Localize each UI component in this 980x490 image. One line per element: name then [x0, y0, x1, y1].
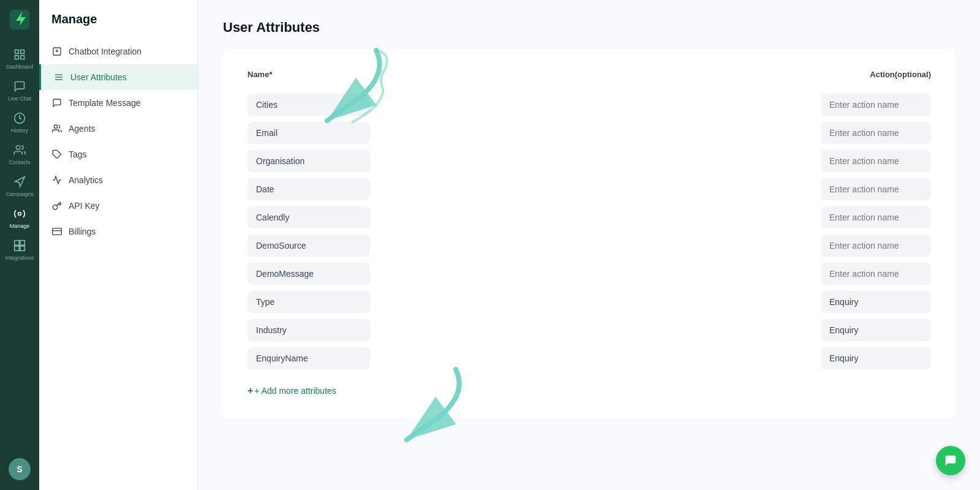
sidebar-item-analytics[interactable]: Analytics — [39, 167, 198, 193]
sidebar-item-chatbot-integration[interactable]: Chatbot Integration — [39, 39, 198, 64]
svg-point-8 — [18, 213, 21, 216]
nav-item-integrations[interactable]: Integrations — [0, 233, 39, 265]
svg-rect-11 — [20, 246, 25, 251]
app-logo — [7, 7, 32, 32]
attribute-action-field[interactable] — [821, 206, 931, 228]
dashboard-icon — [13, 48, 26, 61]
chat-bubble-button[interactable] — [936, 446, 965, 475]
manage-icon — [13, 207, 26, 221]
svg-rect-4 — [21, 56, 24, 59]
attribute-name-field[interactable] — [247, 291, 370, 313]
nav-item-dashboard[interactable]: Dashboard — [0, 42, 39, 74]
sidebar-item-agents[interactable]: Agents — [39, 116, 198, 141]
attributes-card: Name* Action(optional) + + Add more attr… — [223, 50, 956, 418]
avatar-container[interactable]: S — [9, 458, 31, 480]
svg-rect-10 — [20, 241, 25, 246]
sidebar-item-api-key[interactable]: API Key — [39, 193, 198, 219]
sidebar-item-tags[interactable]: Tags — [39, 141, 198, 167]
attribute-action-field[interactable] — [821, 291, 931, 313]
attribute-name-field[interactable] — [247, 319, 370, 341]
add-more-button[interactable]: + + Add more attributes — [247, 375, 931, 399]
integrations-icon — [13, 239, 26, 252]
nav-item-campaigns[interactable]: Campaigns — [0, 169, 39, 201]
attribute-row — [247, 319, 931, 341]
attribute-row — [247, 263, 931, 285]
livechat-icon — [13, 80, 26, 93]
plus-icon: + — [247, 385, 253, 396]
attribute-row — [247, 235, 931, 257]
sidebar-item-billings[interactable]: Billings — [39, 219, 198, 244]
name-column-header: Name* — [247, 70, 370, 79]
tags-icon — [51, 149, 62, 160]
attribute-action-field[interactable] — [821, 263, 931, 285]
attribute-name-field[interactable] — [247, 94, 370, 116]
attribute-action-field[interactable] — [821, 122, 931, 144]
svg-marker-7 — [15, 177, 25, 187]
page-title: User Attributes — [223, 20, 956, 36]
history-icon — [13, 111, 26, 125]
contacts-icon — [13, 143, 26, 157]
agents-icon — [51, 123, 62, 134]
attribute-action-field[interactable] — [821, 150, 931, 172]
nav-item-livechat[interactable]: Live Chat — [0, 74, 39, 105]
user-avatar: S — [9, 458, 31, 480]
attribute-name-field[interactable] — [247, 235, 370, 257]
svg-rect-2 — [21, 50, 24, 54]
svg-rect-9 — [15, 241, 20, 246]
nav-item-contacts[interactable]: Contacts — [0, 137, 39, 169]
attribute-name-field[interactable] — [247, 122, 370, 144]
nav-item-manage[interactable]: Manage — [0, 201, 39, 233]
attribute-action-field[interactable] — [821, 94, 931, 116]
icon-navigation: Dashboard Live Chat History Contacts — [0, 0, 39, 490]
svg-rect-21 — [53, 228, 62, 235]
attribute-name-field[interactable] — [247, 263, 370, 285]
attribute-headers: Name* Action(optional) — [247, 70, 931, 84]
attribute-name-field[interactable] — [247, 150, 370, 172]
attribute-row — [247, 347, 931, 369]
svg-rect-1 — [15, 50, 19, 54]
svg-point-6 — [16, 146, 20, 150]
svg-rect-12 — [15, 246, 20, 251]
attribute-row — [247, 291, 931, 313]
nav-item-history[interactable]: History — [0, 105, 39, 137]
main-content: User Attributes Name* Action(optional) — [198, 0, 980, 490]
sidebar-item-user-attributes[interactable]: User Attributes — [39, 64, 198, 90]
api-key-icon — [51, 200, 62, 211]
attribute-action-field[interactable] — [821, 235, 931, 257]
attribute-name-field[interactable] — [247, 178, 370, 200]
attribute-rows — [247, 94, 931, 369]
attribute-row — [247, 150, 931, 172]
sidebar: Manage Chatbot Integration User Attribut… — [39, 0, 198, 490]
action-column-header: Action(optional) — [870, 70, 931, 79]
user-attributes-icon — [53, 72, 64, 83]
attribute-row — [247, 178, 931, 200]
sidebar-title: Manage — [39, 12, 198, 39]
billings-icon — [51, 226, 62, 237]
attribute-name-field[interactable] — [247, 206, 370, 228]
template-message-icon — [51, 97, 62, 108]
attribute-row — [247, 94, 931, 116]
sidebar-item-template-message[interactable]: Template Message — [39, 90, 198, 116]
attribute-row — [247, 122, 931, 144]
svg-point-19 — [54, 125, 57, 128]
attribute-row — [247, 206, 931, 228]
attribute-name-field[interactable] — [247, 347, 370, 369]
svg-rect-3 — [15, 56, 19, 59]
attribute-action-field[interactable] — [821, 319, 931, 341]
attribute-action-field[interactable] — [821, 178, 931, 200]
analytics-icon — [51, 175, 62, 186]
chatbot-integration-icon — [51, 46, 62, 57]
campaigns-icon — [13, 175, 26, 189]
attribute-action-field[interactable] — [821, 347, 931, 369]
